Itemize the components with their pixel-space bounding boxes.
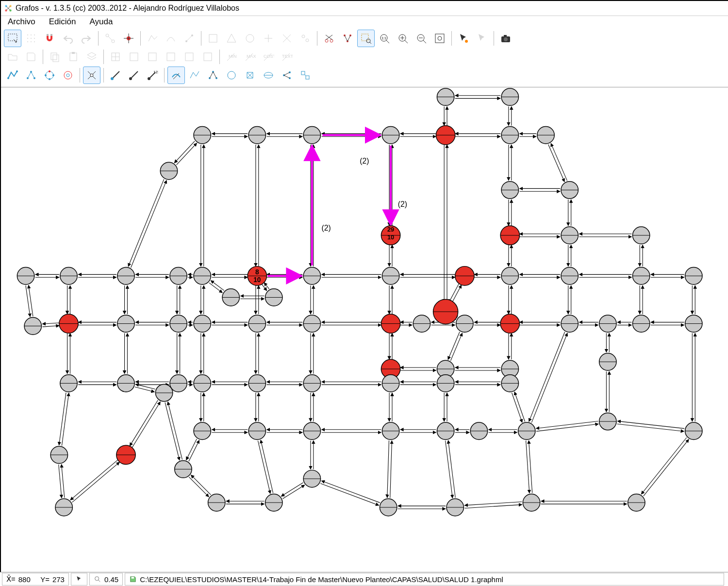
svg-line-326 xyxy=(617,424,684,431)
svg-point-9 xyxy=(34,34,35,35)
svg-point-8 xyxy=(31,34,32,35)
svg-text:TEXTO: TEXTO xyxy=(282,54,293,59)
edge-1-icon[interactable] xyxy=(107,67,124,84)
layout-1-icon[interactable] xyxy=(167,67,185,84)
svg-line-368 xyxy=(128,179,164,267)
toolbar-row-2: MIN MAX COSTE TEXTO xyxy=(4,48,725,66)
menu-archivo[interactable]: Archivo xyxy=(8,17,35,27)
file-save-icon[interactable] xyxy=(22,48,40,66)
graph-svg: (2) (2) (2) 8 10 29 10 xyxy=(1,87,728,565)
align4-icon[interactable] xyxy=(162,48,180,66)
pointer-icon xyxy=(75,575,83,583)
svg-line-20 xyxy=(108,36,112,40)
zoom-out-icon[interactable] xyxy=(413,30,430,47)
svg-rect-17 xyxy=(50,34,52,36)
tool-magnet-icon[interactable] xyxy=(41,30,58,47)
tool-op4-icon[interactable] xyxy=(204,30,222,47)
copy-icon[interactable] xyxy=(46,48,64,66)
svg-line-359 xyxy=(448,440,455,498)
svg-line-328 xyxy=(529,332,565,422)
tool-pick-icon[interactable] xyxy=(455,30,472,47)
layout-6-icon[interactable] xyxy=(260,67,277,84)
svg-point-11 xyxy=(31,38,32,39)
tool-pick2-icon[interactable] xyxy=(473,30,491,47)
undo-icon[interactable] xyxy=(59,30,77,47)
layout-3-icon[interactable] xyxy=(204,67,222,84)
window-title: Grafos - v. 1.3.5 (cc) 2003..2012 - Alej… xyxy=(16,4,239,13)
tool-grid-icon[interactable] xyxy=(22,30,40,47)
titlebar: Grafos - v. 1.3.5 (cc) 2003..2012 - Alej… xyxy=(1,1,728,16)
menu-ayuda[interactable]: Ayuda xyxy=(89,17,113,27)
zoom-fit-icon[interactable] xyxy=(431,30,448,47)
camera-icon[interactable] xyxy=(497,30,514,47)
layout-7-icon[interactable] xyxy=(278,67,296,84)
red-node-2-bot: 10 xyxy=(387,234,394,241)
edge-2-icon[interactable] xyxy=(125,67,143,84)
tool-graph1-icon[interactable] xyxy=(101,30,119,47)
svg-point-10 xyxy=(27,38,28,39)
zoom-11-icon[interactable]: 1:1 xyxy=(376,30,393,47)
svg-line-351 xyxy=(282,485,304,499)
algo-5-icon[interactable] xyxy=(83,67,100,84)
align5-icon[interactable] xyxy=(181,48,198,66)
tool-graph-target-icon[interactable] xyxy=(120,30,137,47)
align2-icon[interactable] xyxy=(125,48,143,66)
svg-line-367 xyxy=(644,439,689,496)
svg-text:MAX: MAX xyxy=(247,54,256,59)
svg-rect-457 xyxy=(132,577,134,578)
view-link-icon[interactable] xyxy=(339,30,356,47)
paste-icon[interactable] xyxy=(65,48,82,66)
svg-text:MIN: MIN xyxy=(229,54,237,59)
tool-op1-icon[interactable] xyxy=(144,30,161,47)
zoom-in-icon[interactable] xyxy=(394,30,412,47)
tool-op2-icon[interactable] xyxy=(162,30,180,47)
svg-marker-28 xyxy=(227,34,236,42)
view-cut-icon[interactable] xyxy=(320,30,338,47)
svg-line-218 xyxy=(43,326,59,327)
layout-4-icon[interactable] xyxy=(223,67,240,84)
algo-1-icon[interactable] xyxy=(4,67,21,84)
tool-op8-icon[interactable] xyxy=(278,30,296,47)
svg-rect-56 xyxy=(51,53,57,60)
layers-icon[interactable] xyxy=(83,48,100,66)
svg-line-329 xyxy=(531,333,567,423)
view-zoom-area-icon[interactable] xyxy=(357,30,375,47)
svg-point-30 xyxy=(302,35,305,38)
tool-op3-icon[interactable] xyxy=(181,30,198,47)
svg-line-46 xyxy=(405,40,408,43)
layout-8-icon[interactable] xyxy=(297,67,314,84)
svg-point-14 xyxy=(31,41,32,42)
tool-select-icon[interactable] xyxy=(4,30,21,47)
status-y-label: Y= xyxy=(40,575,50,584)
svg-line-333 xyxy=(62,464,65,498)
tool-op9-icon[interactable] xyxy=(297,30,314,47)
status-y-value: 273 xyxy=(52,575,65,584)
tool-op7-icon[interactable] xyxy=(260,30,277,47)
layout-2-icon[interactable] xyxy=(186,67,203,84)
layout-5-icon[interactable] xyxy=(241,67,259,84)
file-open-icon[interactable] xyxy=(4,48,21,66)
app-icon xyxy=(4,4,13,13)
redo-icon[interactable] xyxy=(78,30,95,47)
align3-icon[interactable] xyxy=(144,48,161,66)
edge-3-icon[interactable]: 123 xyxy=(144,67,161,84)
graph-canvas[interactable]: (2) (2) (2) 8 10 29 10 xyxy=(1,87,728,565)
algo-4-icon[interactable] xyxy=(59,67,77,84)
svg-line-336 xyxy=(132,402,160,447)
svg-rect-66 xyxy=(185,53,193,61)
svg-line-346 xyxy=(258,441,270,494)
tool-op5-icon[interactable] xyxy=(223,30,240,47)
algo-2-icon[interactable] xyxy=(22,67,40,84)
label-min-icon[interactable]: MIN xyxy=(223,48,240,66)
align6-icon[interactable] xyxy=(199,48,216,66)
svg-point-88 xyxy=(90,74,93,77)
label-max-icon[interactable]: MAX xyxy=(241,48,259,66)
label-texto-icon[interactable]: TEXTO xyxy=(278,48,296,66)
label-coste-icon[interactable]: COSTE xyxy=(260,48,277,66)
menu-edicion[interactable]: Edición xyxy=(49,17,76,27)
svg-rect-59 xyxy=(72,52,75,54)
tool-op6-icon[interactable] xyxy=(241,30,259,47)
algo-3-icon[interactable] xyxy=(41,67,58,84)
svg-line-341 xyxy=(191,475,211,495)
align1-icon[interactable] xyxy=(107,48,124,66)
